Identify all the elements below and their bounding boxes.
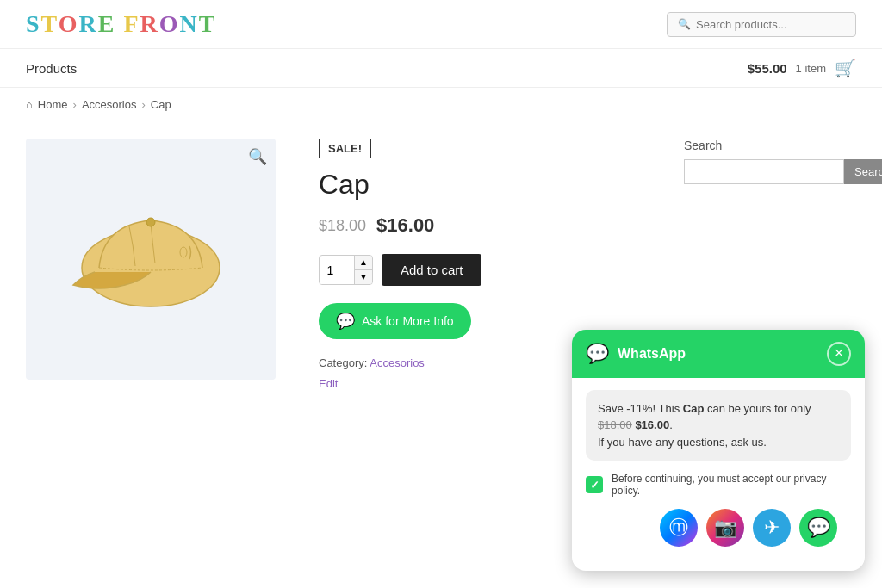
breadcrumb: ⌂ Home › Accesorios › Cap [0, 88, 882, 121]
sale-price: $16.00 [376, 214, 434, 237]
whatsapp-popup: 💬 WhatsApp × Save -11%! This Cap can be … [572, 330, 865, 408]
breadcrumb-current: Cap [151, 98, 171, 111]
qty-up[interactable]: ▲ [355, 256, 372, 270]
search-icon: 🔍 [678, 18, 691, 30]
breadcrumb-home[interactable]: Home [38, 98, 68, 111]
original-price: $18.00 [319, 217, 366, 235]
whatsapp-icon: 💬 [336, 312, 355, 331]
cart-count: 1 item [796, 62, 826, 75]
wa-message-bubble: Save -11%! This Cap can be yours for onl… [586, 390, 851, 408]
product-title: Cap [319, 169, 649, 201]
quantity-input[interactable]: ▲ ▼ [319, 255, 373, 285]
sale-badge: SALE! [319, 139, 371, 158]
zoom-icon[interactable]: 🔍 [248, 147, 267, 166]
ask-btn-label: Ask for More Info [362, 314, 454, 328]
wa-msg-product: Cap [683, 402, 705, 408]
breadcrumb-sep-1: › [73, 98, 77, 111]
cart-icon[interactable]: 🛒 [835, 58, 856, 78]
sidebar-search-input[interactable] [684, 159, 844, 184]
search-input[interactable] [696, 18, 845, 31]
home-icon: ⌂ [26, 98, 33, 111]
sidebar-search-row: Search [684, 159, 856, 184]
wa-popup-title: WhatsApp [618, 346, 686, 362]
cart-summary: $55.00 1 item 🛒 [748, 58, 856, 78]
product-image [56, 190, 245, 328]
wa-popup-close-button[interactable]: × [827, 342, 851, 366]
breadcrumb-category[interactable]: Accesorios [82, 98, 137, 111]
edit-link[interactable]: Edit [319, 377, 338, 390]
svg-point-1 [146, 218, 155, 226]
sidebar-search-button[interactable]: Search [844, 159, 882, 184]
ask-more-info-button[interactable]: 💬 Ask for More Info [319, 303, 471, 339]
header: STORE FRONT 🔍 [0, 0, 882, 49]
add-to-cart-button[interactable]: Add to cart [382, 254, 482, 286]
wa-popup-header: 💬 WhatsApp × [572, 330, 865, 378]
wa-header-icon: 💬 [586, 343, 609, 365]
wa-popup-body: Save -11%! This Cap can be yours for onl… [572, 378, 865, 408]
navbar: Products $55.00 1 item 🛒 [0, 49, 882, 88]
price-section: $18.00 $16.00 [319, 214, 649, 237]
category-link[interactable]: Accesorios [370, 356, 425, 369]
nav-products[interactable]: Products [26, 61, 77, 76]
header-search[interactable]: 🔍 [667, 12, 856, 37]
product-image-section: 🔍 [26, 139, 284, 390]
qty-spinners: ▲ ▼ [354, 256, 372, 284]
add-to-cart-row: ▲ ▼ Add to cart [319, 254, 649, 286]
quantity-field[interactable] [320, 257, 354, 284]
wa-msg-line1: Save -11%! This [598, 402, 683, 408]
logo: STORE FRONT [26, 10, 217, 38]
product-image-wrapper: 🔍 [26, 139, 276, 380]
sidebar-search-label: Search [684, 139, 856, 152]
products-link[interactable]: Products [26, 61, 77, 76]
category-label: Category: [319, 356, 367, 369]
wa-msg-line2: can be yours for only [704, 402, 811, 408]
breadcrumb-sep-2: › [141, 98, 145, 111]
qty-down[interactable]: ▼ [355, 270, 372, 284]
cart-amount: $55.00 [748, 61, 787, 76]
